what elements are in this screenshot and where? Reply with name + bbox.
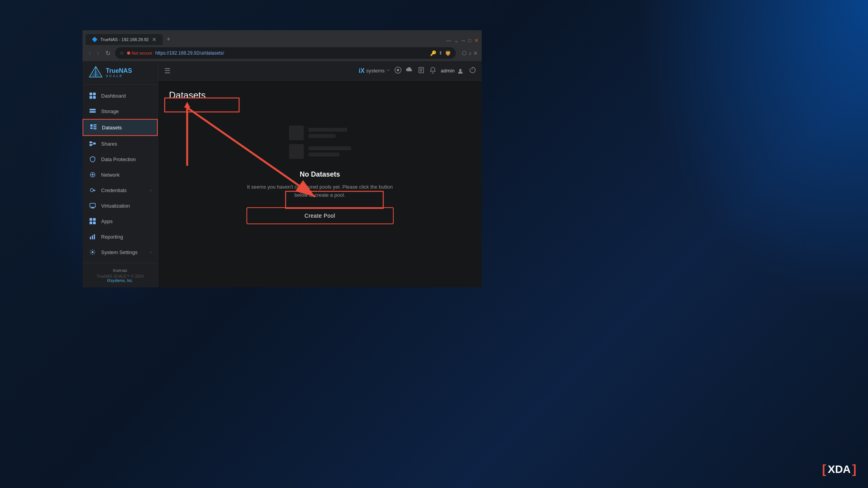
svg-rect-15 xyxy=(93,128,96,129)
sidebar-item-label-storage: Storage xyxy=(101,108,152,114)
address-bar[interactable]: ☆ Not secure https://192.168.29.92/ui/da… xyxy=(115,47,456,59)
illus-lines-2 xyxy=(308,146,351,156)
header-power-icon[interactable] xyxy=(468,67,475,75)
key-icon: 🔑 xyxy=(430,50,436,56)
menu-icon[interactable]: ≡ xyxy=(474,50,477,56)
browser-window: 🔷 TrueNAS - 192.168.29.92 ✕ + — ⌄ ─ □ ✕ … xyxy=(83,30,482,278)
credentials-chevron-icon: › xyxy=(150,188,152,192)
svg-rect-12 xyxy=(90,127,93,129)
page-title: Datasets xyxy=(169,90,471,101)
svg-rect-29 xyxy=(91,207,94,208)
address-bar-row: ‹ › ↻ ☆ Not secure https://192.168.29.92… xyxy=(83,45,482,61)
svg-rect-31 xyxy=(90,218,92,221)
reporting-icon xyxy=(89,233,96,241)
extension-icon-1[interactable]: ⬡ xyxy=(462,50,467,56)
illus-row-1 xyxy=(289,125,351,140)
sidebar-item-apps[interactable]: Apps xyxy=(83,213,158,229)
svg-rect-27 xyxy=(94,191,95,191)
browser-tab-active[interactable]: 🔷 TrueNAS - 192.168.29.92 ✕ xyxy=(86,34,163,45)
ix-systems-logo: iX systems ™ xyxy=(359,67,390,74)
svg-rect-37 xyxy=(94,234,95,239)
illus-line-2a xyxy=(308,146,351,150)
logo-truenas: TrueNAS xyxy=(106,68,132,74)
sidebar-item-system-settings[interactable]: System Settings › xyxy=(83,244,158,260)
sidebar-logo: TrueNAS SCALE xyxy=(83,61,158,85)
bookmark-icon: ☆ xyxy=(120,50,124,56)
url-text: https://192.168.29.92/ui/datasets/ xyxy=(155,50,224,56)
svg-rect-34 xyxy=(93,222,96,224)
no-datasets-container: No Datasets It seems you haven't configu… xyxy=(169,110,471,240)
sidebar-item-reporting[interactable]: Reporting xyxy=(83,229,158,244)
svg-rect-3 xyxy=(90,93,92,95)
dataset-illustration xyxy=(289,125,351,159)
header-icon-task[interactable] xyxy=(418,67,425,75)
sidebar-item-label-system-settings: System Settings xyxy=(101,249,145,255)
sidebar-item-virtualization[interactable]: Virtualization xyxy=(83,198,158,213)
browser-toolbar-right: ⬡ ♪ ≡ xyxy=(462,50,477,56)
apps-icon xyxy=(89,217,96,225)
svg-point-38 xyxy=(92,251,94,253)
svg-rect-11 xyxy=(90,124,93,127)
extension-icon-2[interactable]: ♪ xyxy=(469,50,472,56)
sidebar-item-shares[interactable]: Shares xyxy=(83,136,158,151)
svg-point-25 xyxy=(90,189,93,192)
illus-line-1a xyxy=(308,128,347,132)
not-secure-dot xyxy=(127,52,130,55)
window-close-btn[interactable]: ✕ xyxy=(474,38,479,43)
tab-bar: 🔷 TrueNAS - 192.168.29.92 ✕ + — ⌄ ─ □ ✕ xyxy=(83,30,482,45)
sidebar-item-network[interactable]: Network xyxy=(83,167,158,182)
new-tab-button[interactable]: + xyxy=(163,33,174,45)
sidebar-item-storage[interactable]: Storage xyxy=(83,103,158,119)
window-minimize-btn[interactable]: ─ xyxy=(462,38,465,43)
sidebar-item-datasets[interactable]: Datasets xyxy=(83,119,158,136)
svg-rect-4 xyxy=(93,93,96,95)
hamburger-button[interactable]: ☰ xyxy=(164,67,170,75)
header-user[interactable]: admin xyxy=(441,67,464,74)
virtualization-icon xyxy=(89,202,96,210)
logo-scale: SCALE xyxy=(106,74,132,78)
svg-point-45 xyxy=(459,69,462,71)
sidebar-item-dashboard[interactable]: Dashboard xyxy=(83,88,158,103)
security-indicator: Not secure xyxy=(127,51,152,55)
header-icon-notification[interactable] xyxy=(429,67,436,75)
svg-rect-36 xyxy=(92,235,93,239)
sidebar-item-label-credentials: Credentials xyxy=(101,187,145,193)
window-maximize-btn[interactable]: □ xyxy=(468,38,471,43)
no-datasets-description: It seems you haven't configured pools ye… xyxy=(246,183,394,199)
svg-rect-6 xyxy=(93,96,96,99)
sidebar-item-data-protection[interactable]: Data Protection xyxy=(83,151,158,167)
illus-line-2b xyxy=(308,153,339,156)
xda-logo: [ XDA ] xyxy=(822,462,856,476)
tab-favicon: 🔷 xyxy=(92,37,97,42)
sidebar-username: truenas xyxy=(89,268,152,273)
reload-button[interactable]: ↻ xyxy=(104,49,112,58)
illus-square-1 xyxy=(289,125,304,140)
svg-rect-33 xyxy=(90,222,92,224)
sidebar-item-label-reporting: Reporting xyxy=(101,234,152,240)
sidebar-item-credentials[interactable]: Credentials › xyxy=(83,182,158,198)
create-pool-button[interactable]: Create Pool xyxy=(246,207,394,224)
header-icon-cloud[interactable] xyxy=(406,67,413,75)
app-container: TrueNAS SCALE Dashboard Storage xyxy=(83,61,482,287)
svg-line-20 xyxy=(92,144,93,145)
sidebar-item-label-virtualization: Virtualization xyxy=(101,203,152,209)
sidebar-item-label-datasets: Datasets xyxy=(102,125,151,131)
sidebar-item-label-network: Network xyxy=(101,172,152,178)
svg-rect-30 xyxy=(91,208,95,208)
systems-text: systems xyxy=(366,68,385,74)
illus-line-1b xyxy=(308,134,336,138)
tab-minimize-icon[interactable]: — xyxy=(446,38,451,43)
svg-rect-18 xyxy=(93,143,96,144)
tab-more-icon[interactable]: ⌄ xyxy=(454,38,458,43)
sidebar: TrueNAS SCALE Dashboard Storage xyxy=(83,61,158,287)
sidebar-item-label-dashboard: Dashboard xyxy=(101,93,152,99)
back-button[interactable]: ‹ xyxy=(87,49,92,57)
sidebar-nav: Dashboard Storage Datasets xyxy=(83,85,158,263)
datasets-icon xyxy=(90,124,97,131)
svg-rect-14 xyxy=(93,126,96,127)
header-icon-trident[interactable] xyxy=(394,67,401,75)
forward-button[interactable]: › xyxy=(95,49,100,57)
tab-close-button[interactable]: ✕ xyxy=(152,36,157,43)
svg-rect-28 xyxy=(90,203,95,207)
no-datasets-title: No Datasets xyxy=(246,170,394,179)
